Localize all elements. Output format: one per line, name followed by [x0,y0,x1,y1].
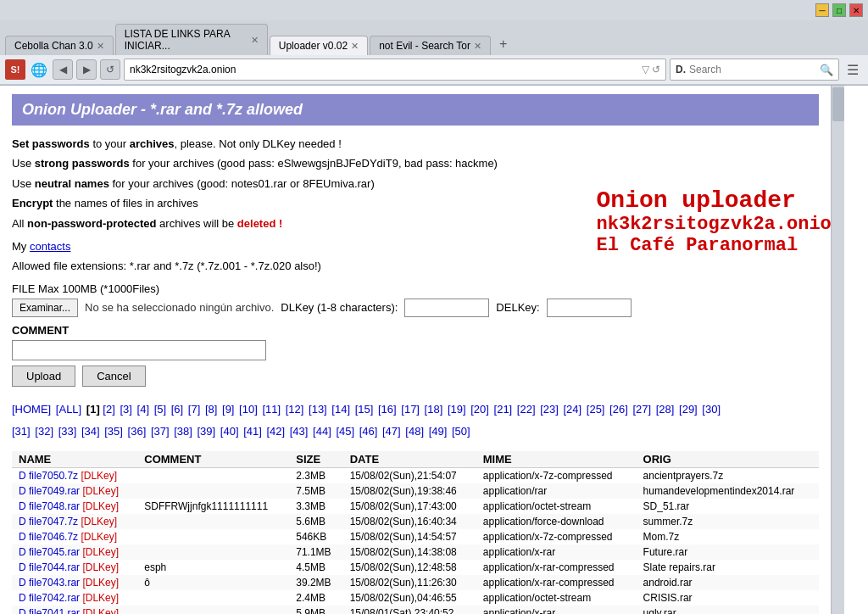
contacts-link[interactable]: contacts [30,240,70,253]
scrollbar[interactable] [831,86,844,614]
forward-button[interactable]: ▶ [76,59,97,80]
page-all[interactable]: [ALL] [56,403,81,416]
file-d-link[interactable]: D [19,470,26,482]
comment-input[interactable] [12,340,266,360]
back-button[interactable]: ◀ [53,59,73,80]
cancel-button[interactable]: Cancel [82,366,145,387]
page-link[interactable]: [33] [58,425,77,438]
page-link[interactable]: [4] [137,403,149,416]
tab-close-icon[interactable]: ✕ [97,41,104,52]
minimize-button[interactable]: ─ [815,3,829,17]
page-link[interactable]: [21] [494,403,513,416]
address-bar[interactable]: ▽ ↺ [124,59,666,81]
page-link[interactable]: [49] [429,425,448,438]
page-link[interactable]: [31] [12,425,31,438]
page-link[interactable]: [8] [205,403,217,416]
file-name-link[interactable]: file7049.rar [29,485,80,497]
page-link[interactable]: [24] [563,403,581,416]
tab-lista[interactable]: LISTA DE LINKS PARA INICIAR... ✕ [115,24,268,55]
file-d-link[interactable]: D [19,577,26,589]
page-link[interactable]: [35] [104,425,123,438]
tab-notevil[interactable]: not Evil - Search Tor ✕ [370,36,491,55]
page-link[interactable]: [37] [151,425,170,438]
page-link[interactable]: [13] [309,403,327,416]
file-name-link[interactable]: file7045.rar [29,546,80,558]
page-link[interactable]: [12] [286,403,304,416]
maximize-button[interactable]: □ [832,3,846,17]
page-link[interactable]: [50] [452,425,470,438]
file-name-link[interactable]: file7046.7z [29,531,78,543]
page-link[interactable]: [26] [609,403,628,416]
tab-close-icon[interactable]: ✕ [351,41,359,52]
page-link[interactable]: [10] [239,403,258,416]
page-link[interactable]: [29] [679,403,698,416]
file-d-link[interactable]: D [19,516,26,527]
file-name-link[interactable]: file7048.rar [29,500,80,512]
new-tab-button[interactable]: + [492,33,514,55]
file-name-link[interactable]: file7044.rar [29,561,80,573]
page-link[interactable]: [43] [290,425,309,438]
page-link[interactable]: [25] [587,403,605,416]
page-link[interactable]: [11] [262,403,281,416]
page-link[interactable]: [22] [517,403,536,416]
page-link[interactable]: [7] [188,403,200,416]
globe-icon[interactable]: 🌐 [29,59,49,80]
page-link[interactable]: [34] [81,425,100,438]
page-link[interactable]: [2] [103,403,114,416]
file-name-link[interactable]: file7050.7z [29,470,78,482]
tab-close-icon[interactable]: ✕ [251,35,259,46]
page-link[interactable]: [44] [313,425,331,438]
search-input[interactable] [689,64,820,75]
page-link[interactable]: [46] [359,425,378,438]
page-link[interactable]: [19] [448,403,466,416]
address-input[interactable] [130,64,642,75]
page-link[interactable]: [27] [632,403,651,416]
page-link[interactable]: [18] [425,403,443,416]
page-link[interactable]: [40] [220,425,239,438]
page-link[interactable]: [3] [120,403,131,416]
page-link[interactable]: [39] [198,425,216,438]
file-d-link[interactable]: D [19,546,26,558]
menu-button[interactable]: ☰ [843,59,863,80]
page-link[interactable]: [42] [266,425,285,438]
page-link[interactable]: [30] [702,403,721,416]
delkey-input[interactable] [547,299,632,317]
file-d-link[interactable]: D [19,592,26,604]
page-link[interactable]: [36] [128,425,147,438]
page-link[interactable]: [17] [401,403,420,416]
page-link[interactable]: [16] [378,403,397,416]
page-link[interactable]: [20] [470,403,489,416]
page-link[interactable]: [6] [171,403,183,416]
file-name-link[interactable]: file7047.7z [29,516,78,527]
page-link[interactable]: [38] [174,425,192,438]
page-link[interactable]: [23] [540,403,559,416]
browse-button[interactable]: Examinar... [12,299,78,317]
page-link[interactable]: [45] [336,425,354,438]
file-name-link[interactable]: file7041.rar [29,607,80,614]
file-name-link[interactable]: file7042.rar [29,592,80,604]
file-d-link[interactable]: D [19,531,26,543]
file-d-link[interactable]: D [19,561,26,573]
file-d-link[interactable]: D [19,500,26,512]
page-link[interactable]: [15] [355,403,374,416]
file-name-link[interactable]: file7043.rar [29,577,80,589]
file-d-link[interactable]: D [19,485,26,497]
file-d-link[interactable]: D [19,607,26,614]
search-icon[interactable]: 🔍 [820,64,833,76]
upload-button[interactable]: Upload [12,366,75,387]
page-link[interactable]: [28] [656,403,675,416]
page-link[interactable]: [48] [405,425,424,438]
tab-cebolla[interactable]: Cebolla Chan 3.0 ✕ [5,36,114,55]
page-link[interactable]: [32] [35,425,53,438]
tab-close-icon[interactable]: ✕ [474,41,481,52]
page-link[interactable]: [14] [331,403,350,416]
page-link[interactable]: [9] [222,403,234,416]
tab-uploader[interactable]: Uploader v0.02 ✕ [270,36,368,55]
page-home[interactable]: [HOME] [12,403,51,416]
reload-button[interactable]: ↺ [100,59,120,80]
page-link[interactable]: [41] [243,425,262,438]
dlkey-input[interactable] [404,299,489,317]
close-button[interactable]: ✕ [849,3,863,17]
search-bar[interactable]: D. 🔍 [670,59,839,81]
page-link[interactable]: [47] [382,425,401,438]
